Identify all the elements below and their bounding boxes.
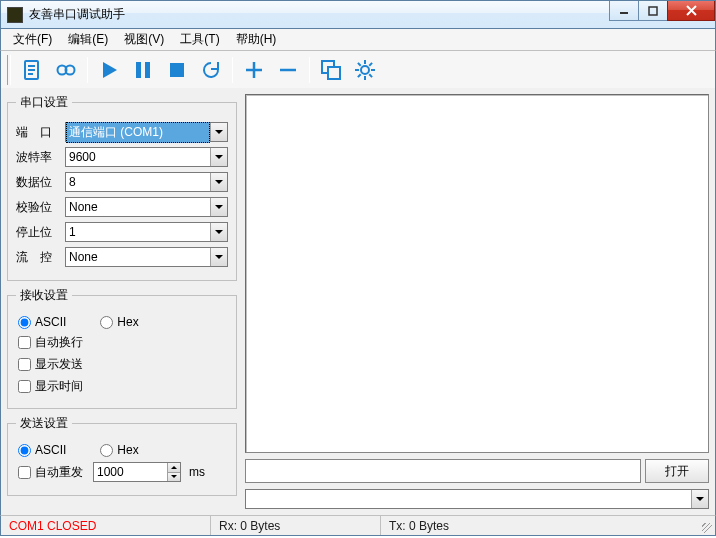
send-history-combo[interactable] [245, 489, 709, 509]
toolbar [0, 50, 716, 88]
recv-check-show-time-label: 显示时间 [35, 378, 83, 395]
group-send-settings: 发送设置 ASCII Hex 自动重发 [7, 415, 237, 496]
recv-radio-hex-input[interactable] [100, 316, 113, 329]
minus-icon[interactable] [271, 53, 305, 87]
menu-help[interactable]: 帮助(H) [228, 29, 285, 50]
plus-icon[interactable] [237, 53, 271, 87]
chevron-down-icon[interactable] [210, 148, 227, 166]
recv-check-show-tx-input[interactable] [18, 358, 31, 371]
combo-parity-value: None [66, 200, 210, 214]
toolbar-grip [7, 55, 11, 85]
combo-flow[interactable]: None [65, 247, 228, 267]
send-check-auto-repeat[interactable]: 自动重发 [16, 464, 83, 481]
label-baud: 波特率 [16, 149, 62, 166]
recv-check-show-tx-label: 显示发送 [35, 356, 83, 373]
group-serial-settings: 串口设置 端 口 通信端口 (COM1) 波特率 9600 [7, 94, 237, 281]
label-databits: 数据位 [16, 174, 62, 191]
send-radio-ascii-label: ASCII [35, 443, 66, 457]
record-tape-icon[interactable] [49, 53, 83, 87]
menu-tools[interactable]: 工具(T) [172, 29, 227, 50]
close-button[interactable] [667, 1, 715, 21]
title-bar: 友善串口调试助手 [0, 0, 716, 29]
send-radio-ascii[interactable]: ASCII [16, 443, 66, 457]
send-radio-ascii-input[interactable] [18, 444, 31, 457]
combo-stopbits[interactable]: 1 [65, 222, 228, 242]
label-parity: 校验位 [16, 199, 62, 216]
recv-radio-hex-label: Hex [117, 315, 138, 329]
menu-view[interactable]: 视图(V) [116, 29, 172, 50]
left-panel: 串口设置 端 口 通信端口 (COM1) 波特率 9600 [7, 94, 237, 509]
window-buttons [610, 1, 715, 21]
group-serial-title: 串口设置 [16, 94, 72, 111]
label-stopbits: 停止位 [16, 224, 62, 241]
maximize-button[interactable] [638, 1, 668, 21]
chevron-down-icon[interactable] [210, 248, 227, 266]
combo-port-value: 通信端口 (COM1) [66, 122, 210, 143]
combo-stopbits-value: 1 [66, 225, 210, 239]
recv-radio-ascii-input[interactable] [18, 316, 31, 329]
recv-check-auto-newline-input[interactable] [18, 336, 31, 349]
open-button[interactable]: 打开 [645, 459, 709, 483]
svg-point-19 [361, 66, 369, 74]
content-area: 串口设置 端 口 通信端口 (COM1) 波特率 9600 [0, 88, 716, 515]
menu-file[interactable]: 文件(F) [5, 29, 60, 50]
combo-databits-value: 8 [66, 175, 210, 189]
recv-check-show-tx[interactable]: 显示发送 [16, 356, 83, 373]
svg-line-24 [358, 62, 361, 65]
send-radio-hex-input[interactable] [100, 444, 113, 457]
group-receive-title: 接收设置 [16, 287, 72, 304]
svg-rect-12 [145, 62, 150, 78]
status-tx: Tx: 0 Bytes [381, 516, 697, 535]
toolbar-divider [87, 57, 88, 83]
receive-textarea[interactable] [245, 94, 709, 453]
recv-radio-hex[interactable]: Hex [98, 315, 138, 329]
spin-down-icon[interactable] [168, 473, 180, 482]
minimize-button[interactable] [609, 1, 639, 21]
cascade-windows-icon[interactable] [314, 53, 348, 87]
svg-rect-13 [170, 63, 184, 77]
send-interval-unit: ms [189, 465, 205, 479]
send-interval-spin[interactable] [93, 462, 181, 482]
refresh-icon[interactable] [194, 53, 228, 87]
resize-grip-icon[interactable] [697, 516, 715, 535]
combo-baud[interactable]: 9600 [65, 147, 228, 167]
recv-radio-ascii[interactable]: ASCII [16, 315, 66, 329]
recv-check-show-time[interactable]: 显示时间 [16, 378, 83, 395]
combo-port[interactable]: 通信端口 (COM1) [65, 122, 228, 142]
gear-icon[interactable] [348, 53, 382, 87]
svg-line-27 [369, 62, 372, 65]
svg-rect-18 [328, 67, 340, 79]
svg-line-25 [369, 74, 372, 77]
pause-icon[interactable] [126, 53, 160, 87]
recv-check-show-time-input[interactable] [18, 380, 31, 393]
toolbar-divider [309, 57, 310, 83]
combo-parity[interactable]: None [65, 197, 228, 217]
app-icon [7, 7, 23, 23]
stop-icon[interactable] [160, 53, 194, 87]
document-icon[interactable] [15, 53, 49, 87]
send-textarea[interactable] [245, 459, 641, 483]
send-check-auto-repeat-input[interactable] [18, 466, 31, 479]
recv-check-auto-newline[interactable]: 自动换行 [16, 334, 83, 351]
status-rx: Rx: 0 Bytes [211, 516, 381, 535]
svg-line-26 [358, 74, 361, 77]
spin-up-icon[interactable] [168, 463, 180, 473]
chevron-down-icon[interactable] [210, 123, 227, 141]
send-radio-hex[interactable]: Hex [98, 443, 138, 457]
play-icon[interactable] [92, 53, 126, 87]
svg-rect-11 [136, 62, 141, 78]
send-interval-input[interactable] [94, 465, 167, 479]
send-radio-hex-label: Hex [117, 443, 138, 457]
chevron-down-icon[interactable] [210, 198, 227, 216]
label-flow: 流 控 [16, 249, 62, 266]
chevron-down-icon[interactable] [210, 223, 227, 241]
chevron-down-icon[interactable] [691, 490, 708, 508]
toolbar-divider [232, 57, 233, 83]
group-send-title: 发送设置 [16, 415, 72, 432]
chevron-down-icon[interactable] [210, 173, 227, 191]
window-title: 友善串口调试助手 [29, 6, 125, 23]
svg-rect-1 [649, 7, 657, 15]
menu-edit[interactable]: 编辑(E) [60, 29, 116, 50]
combo-baud-value: 9600 [66, 150, 210, 164]
combo-databits[interactable]: 8 [65, 172, 228, 192]
